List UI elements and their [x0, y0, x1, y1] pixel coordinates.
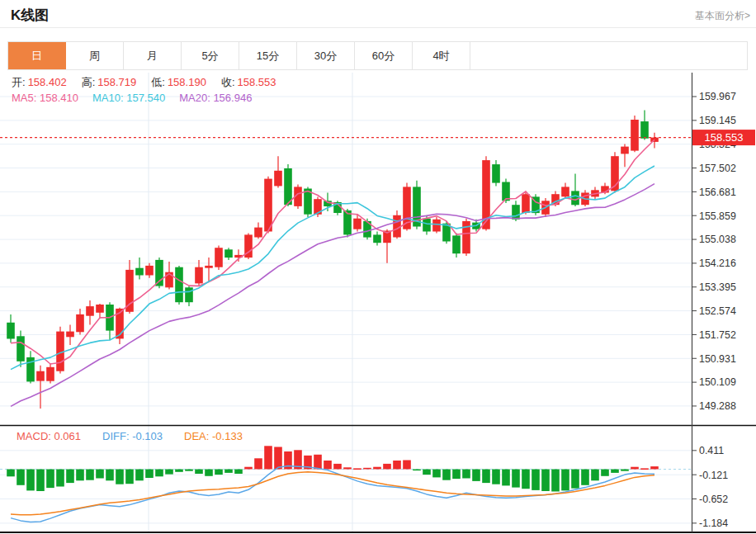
- header-divider: [0, 27, 756, 28]
- tab-15min[interactable]: 15分: [239, 42, 297, 69]
- svg-text:156.681: 156.681: [699, 187, 736, 198]
- fundamental-analysis-link[interactable]: 基本面分析>: [695, 9, 750, 23]
- svg-text:153.395: 153.395: [699, 281, 736, 293]
- svg-text:150.109: 150.109: [699, 376, 736, 388]
- svg-text:150.931: 150.931: [699, 353, 736, 365]
- tab-30min[interactable]: 30分: [297, 42, 355, 69]
- tabbar-filler: [470, 42, 747, 69]
- svg-text:0.411: 0.411: [699, 445, 724, 456]
- tab-day[interactable]: 日: [8, 42, 66, 69]
- svg-text:154.216: 154.216: [699, 258, 736, 269]
- tab-4hour[interactable]: 4时: [413, 42, 470, 69]
- tab-week[interactable]: 周: [66, 42, 124, 69]
- svg-text:-0.652: -0.652: [699, 494, 728, 505]
- dea-value: DEA: -0.133: [184, 430, 243, 442]
- ohlc-low: 低:158.190: [151, 75, 206, 90]
- svg-text:-1.184: -1.184: [699, 517, 728, 529]
- tab-60min[interactable]: 60分: [355, 42, 413, 69]
- ma10-value: MA10: 157.540: [92, 92, 165, 104]
- tab-month[interactable]: 月: [124, 42, 182, 69]
- page-title: K线图: [11, 6, 49, 25]
- macd-legend: MACD: 0.061 DIFF: -0.103 DEA: -0.133: [17, 430, 243, 442]
- svg-text:-0.121: -0.121: [699, 470, 728, 481]
- svg-text:151.752: 151.752: [699, 329, 736, 341]
- svg-text:159.967: 159.967: [699, 91, 736, 102]
- svg-text:149.288: 149.288: [699, 400, 736, 412]
- svg-text:155.038: 155.038: [699, 234, 736, 245]
- macd-value: MACD: 0.061: [17, 430, 81, 442]
- ma20-value: MA20: 156.946: [179, 92, 252, 104]
- svg-text:159.145: 159.145: [699, 115, 736, 126]
- svg-text:155.859: 155.859: [699, 210, 736, 222]
- tab-5min[interactable]: 5分: [182, 42, 239, 69]
- svg-text:157.502: 157.502: [699, 163, 736, 174]
- ma5-value: MA5: 158.410: [12, 92, 78, 104]
- svg-text:158.553: 158.553: [705, 131, 744, 144]
- svg-text:152.574: 152.574: [699, 305, 736, 317]
- ohlc-high: 高:158.719: [82, 75, 137, 90]
- ohlc-open: 开:158.402: [12, 75, 67, 90]
- ma-legend: MA5: 158.410 MA10: 157.540 MA20: 156.946: [12, 92, 252, 104]
- interval-tabbar: 日 周 月 5分 15分 30分 60分 4时: [7, 41, 748, 70]
- ohlc-legend: 开:158.402 高:158.719 低:158.190 收:158.553: [12, 75, 276, 90]
- ohlc-close: 收:158.553: [221, 75, 276, 90]
- diff-value: DIFF: -0.103: [102, 430, 163, 442]
